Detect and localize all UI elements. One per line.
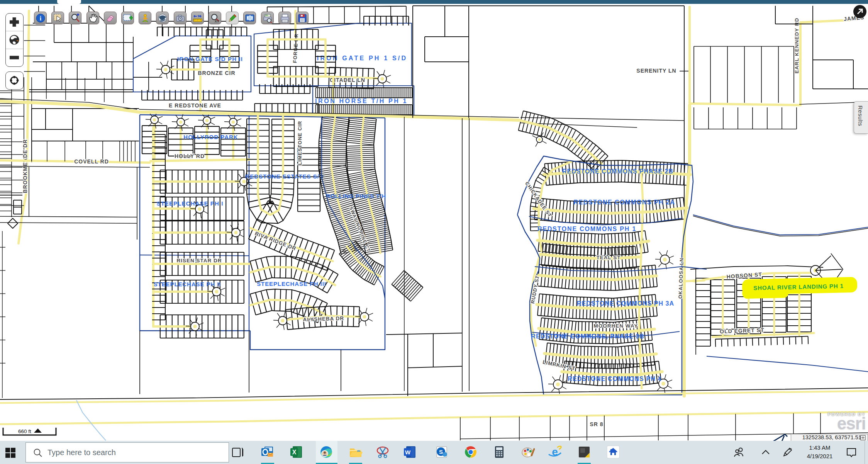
- svg-text:E REDSTONE AVE: E REDSTONE AVE: [169, 102, 221, 109]
- svg-text:STEEPLECHASE PH III: STEEPLECHASE PH III: [257, 280, 326, 287]
- svg-text:REDSTONE COMMONS PHASE 2B: REDSTONE COMMONS PHASE 2B: [562, 168, 673, 175]
- svg-text:REDSTONE COMMONS PH 1: REDSTONE COMMONS PH 1: [537, 226, 636, 232]
- svg-text:REDSTONE COMMONS PH 3A: REDSTONE COMMONS PH 3A: [577, 300, 674, 307]
- svg-text:BRONZE CIR: BRONZE CIR: [198, 70, 235, 76]
- svg-text:REDSTONE ESTATES S/D: REDSTONE ESTATES S/D: [245, 173, 324, 180]
- svg-text:RISEN STAR DR: RISEN STAR DR: [176, 258, 222, 263]
- svg-text:REDSTONE COMMONS, PHASE 3B: REDSTONE COMMONS, PHASE 3B: [531, 333, 644, 340]
- svg-text:SR 8: SR 8: [590, 421, 603, 427]
- svg-text:X: X: [292, 449, 297, 456]
- svg-text:TEAL ST: TEAL ST: [596, 255, 620, 260]
- svg-text:COVELL RD: COVELL RD: [74, 158, 109, 165]
- svg-text:STEEPLECHASE PH I: STEEPLECHASE PH I: [157, 200, 224, 207]
- svg-text:i: i: [40, 15, 42, 22]
- svg-text:IRON GATE S/D PH II: IRON GATE S/D PH II: [177, 56, 243, 62]
- svg-text:S: S: [439, 449, 443, 455]
- svg-text:STEEPLECHASE PH II: STEEPLECHASE PH II: [154, 281, 221, 287]
- svg-text:LIMESTONE CIR: LIMESTONE CIR: [297, 121, 303, 165]
- svg-text:MOORHEN WAY: MOORHEN WAY: [594, 323, 638, 329]
- svg-text:REDSTONE COMMONS PH 2A: REDSTONE COMMONS PH 2A: [574, 199, 675, 206]
- svg-text:?: ?: [197, 14, 200, 18]
- svg-text:CITADEL LN: CITADEL LN: [330, 77, 365, 83]
- svg-text:REDSTONE COMMONS PH 4: REDSTONE COMMONS PH 4: [568, 376, 662, 382]
- svg-text:IRON HORSE T/H PH 1: IRON HORSE T/H PH 1: [315, 98, 408, 104]
- svg-text:EARL KENNEDY RD: EARL KENNEDY RD: [794, 18, 800, 73]
- svg-text:ROLLING PINES T/H: ROLLING PINES T/H: [326, 193, 386, 199]
- svg-text:W: W: [405, 449, 411, 456]
- svg-text:HOLLY RD: HOLLY RD: [175, 153, 205, 159]
- svg-text:660 ft: 660 ft: [18, 428, 31, 434]
- svg-text:IRON GATE PH 1 S/D: IRON GATE PH 1 S/D: [317, 55, 407, 61]
- svg-text:HOLLYROD PARK: HOLLYROD PARK: [183, 134, 238, 140]
- svg-text:SERENITY LN: SERENITY LN: [636, 68, 676, 74]
- svg-text:XY: XY: [215, 19, 219, 23]
